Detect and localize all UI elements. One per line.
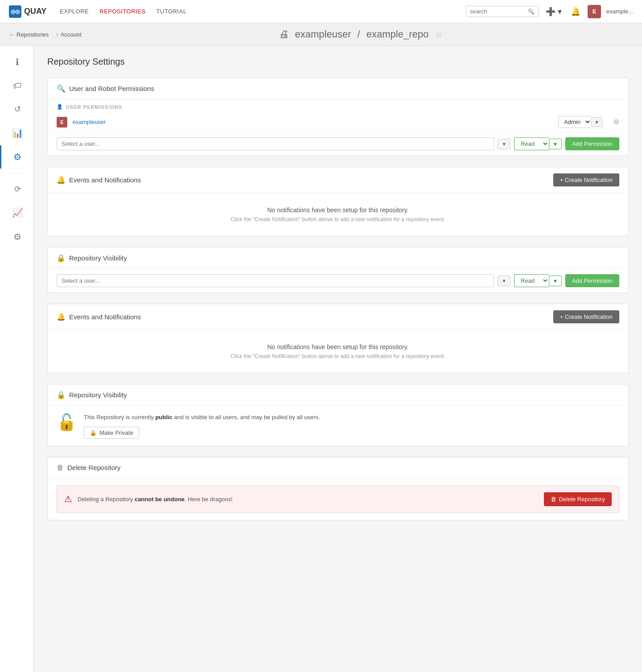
repo-title-text: exampleuser / example_repo [293,29,431,40]
search-input[interactable] [470,8,528,15]
repo-title-icon: 🖨 [279,29,289,40]
delete-title: Delete Repository [67,464,120,471]
notifications-header-2: 🔔 Events and Notifications + Create Noti… [48,304,628,330]
add-permission-button-2[interactable]: Add Permission [565,274,619,287]
logo-icon: ◎◎ [9,5,21,18]
sidebar-item-history[interactable]: ↺ [0,98,33,120]
read-select-arrow[interactable]: ▼ [549,139,562,149]
notifications-section-2: 🔔 Events and Notifications + Create Noti… [47,304,629,373]
notifications-empty-title-2: No notifications have been setup for thi… [57,343,619,350]
visibility-title-2: Repository Visibility [69,254,127,262]
add-user-arrow-button-2[interactable]: ▼ [498,276,510,286]
user-row-avatar: E [57,117,67,128]
add-button[interactable]: ➕ ▾ [544,5,564,18]
sidebar-item-build[interactable]: ⟳ [0,178,33,200]
lock-icon-2: 🔒 [57,254,66,262]
add-user-input[interactable] [57,137,494,150]
topnav: ◎◎ QUAY EXPLORE REPOSITORIES TUTORIAL 🔍 … [0,0,642,23]
user-settings-gear-icon[interactable]: ⚙ [613,118,619,126]
add-user-arrow-button[interactable]: ▼ [498,139,510,149]
warning-bold: cannot be undone [135,496,185,503]
warning-text: Deleting a Repository cannot be undone. … [78,496,539,503]
back-arrow-icon: ← [9,31,15,38]
read-select-2[interactable]: Read Write Admin [514,274,549,287]
sidebar-item-settings[interactable]: ⚙ [0,145,33,169]
main-layout: ℹ 🏷 ↺ 📊 ⚙ ⟳ 📈 ⚙ Repository Settings [0,46,642,672]
repositories-link-label: Repositories [16,31,49,38]
account-link-label: Account [61,31,82,38]
lock-large-icon: 🔓 [57,413,77,432]
delete-btn-trash-icon: 🗑 [551,496,556,503]
add-permission-button[interactable]: Add Permission [565,137,619,150]
permissions-section: 🔍 User and Robot Permissions 👤 USER PERM… [47,78,629,156]
role-select[interactable]: Admin Write Read [558,116,591,128]
delete-header: 🗑 Delete Repository [48,458,628,478]
nav-links: EXPLORE REPOSITORIES TUTORIAL [60,8,466,15]
sidebar-item-tags[interactable]: 🏷 [0,74,33,97]
sidebar-item-info[interactable]: ℹ [0,50,33,74]
create-notification-button-1[interactable]: + Create Notification [553,173,619,186]
permissions-icon: 🔍 [57,84,66,93]
make-private-button[interactable]: 🔒 Make Private [84,427,139,439]
user-row-name[interactable]: exampleuser [73,119,553,125]
sidebar-item-gear2[interactable]: ⚙ [0,225,33,248]
read-select-group-2: Read Write Admin ▼ [514,274,562,287]
back-to-repositories[interactable]: ← Repositories [9,31,49,38]
warning-suffix: . Here be dragons! [185,496,233,503]
delete-body: ⚠ Deleting a Repository cannot be undone… [48,478,628,520]
visibility-title: Repository Visibility [69,391,127,399]
notifications-empty-sub-1: Click the "Create Notification" button a… [57,216,619,223]
notifications-header-left-1: 🔔 Events and Notifications [57,176,141,184]
visibility-header-left: 🔒 Repository Visibility [57,391,127,399]
delete-header-left: 🗑 Delete Repository [57,464,120,472]
tags-icon: 🏷 [13,81,22,91]
bell-icon-2: 🔔 [57,313,66,321]
visibility-section: 🔒 Repository Visibility 🔓 This Repositor… [47,384,629,446]
trash-icon: 🗑 [57,464,64,472]
user-permissions-text: USER PERMISSIONS [66,104,122,110]
nav-explore[interactable]: EXPLORE [60,8,89,15]
build-icon: ⟳ [14,184,21,194]
add-user-input-2[interactable] [57,274,494,287]
read-select[interactable]: Read Write Admin [514,137,549,150]
star-icon[interactable]: ☆ [435,29,443,40]
history-icon: ↺ [14,104,21,114]
visibility-text: This Repository is currently public and … [84,413,320,422]
read-select-arrow-2[interactable]: ▼ [549,276,562,286]
nav-right: 🔍 ➕ ▾ 🔔 E example... [466,5,633,18]
warning-icon: ⚠ [64,494,72,504]
notifications-title-1: Events and Notifications [69,176,141,184]
account-link[interactable]: ↑ Account [56,31,81,38]
lock-icon: 🔒 [57,391,66,399]
logo: ◎◎ QUAY [9,5,46,18]
user-label: example... [606,8,633,15]
notifications-empty-2: No notifications have been setup for thi… [48,330,628,373]
gear2-icon: ⚙ [13,231,21,242]
logo-text: QUAY [24,7,46,16]
permissions-title: User and Robot Permissions [69,85,154,92]
notifications-section-1: 🔔 Events and Notifications + Create Noti… [47,167,629,236]
sidebar-item-stats[interactable]: 📈 [0,201,33,224]
role-select-arrow[interactable]: ▼ [591,117,602,127]
add-user-row-2: ▼ Read Write Admin ▼ Add Permission [48,269,628,293]
visibility-header-2: 🔒 Repository Visibility [48,247,628,269]
nav-tutorial[interactable]: TUTORIAL [156,8,187,15]
sidebar-divider [7,173,27,173]
notifications-empty-1: No notifications have been setup for thi… [48,193,628,236]
visibility-description: This Repository is currently public and … [84,413,320,439]
visibility-prefix: This Repository is currently [84,414,155,421]
repo-separator: / [354,29,362,40]
user-permissions-label: 👤 USER PERMISSIONS [48,99,628,112]
notifications-title-2: Events and Notifications [69,313,141,321]
permissions-header-left: 🔍 User and Robot Permissions [57,84,154,93]
account-arrow-icon: ↑ [56,31,59,38]
delete-repository-button[interactable]: 🗑 Delete Repository [544,492,612,506]
create-notification-button-2[interactable]: + Create Notification [553,310,619,323]
user-permission-row: E exampleuser Admin Write Read ▼ ⚙ [48,112,628,132]
page-title: Repository Settings [47,57,629,67]
usage-icon: 📊 [12,128,23,138]
notifications-bell-button[interactable]: 🔔 [569,5,582,18]
sidebar-item-usage[interactable]: 📊 [0,121,33,144]
visibility-header: 🔒 Repository Visibility [48,384,628,406]
nav-repositories[interactable]: REPOSITORIES [99,8,145,15]
